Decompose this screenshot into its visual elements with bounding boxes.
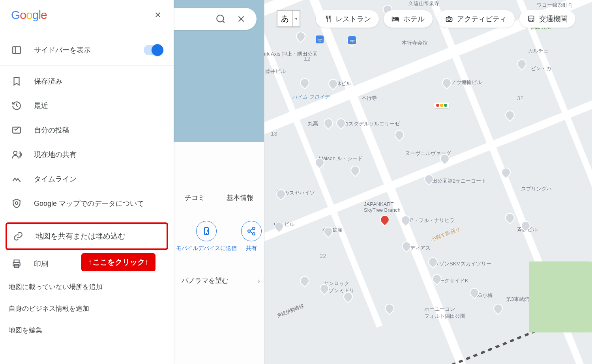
map-place-label[interactable]: チア・フル・ナリヒラ [403, 217, 455, 224]
menu-item-contributions[interactable]: 自分の投稿 [0, 118, 174, 142]
bus-stop-icon[interactable]: 🚌 [316, 35, 324, 43]
chip-activities[interactable]: アクティビティ [437, 10, 515, 28]
search-icon[interactable] [215, 14, 226, 24]
map-place-label[interactable]: メゾンSKMスカイツリー [434, 260, 491, 267]
map-place-label[interactable]: ark Axis 押上・隅田公園 [262, 50, 318, 58]
menu-item-timeline[interactable]: タイムライン [0, 167, 174, 191]
map-poi-pin[interactable] [322, 116, 335, 130]
share-location-icon [11, 149, 22, 160]
map-place-label[interactable]: 本行寺 [362, 95, 377, 102]
hamburger-menu: Google × サイドバーを表示 保存済み 最近 自分の投稿 現在地の共有 タ… [0, 0, 174, 364]
map-place-label[interactable]: カルチェ [528, 47, 549, 54]
history-icon [11, 101, 22, 111]
timeline-icon [11, 174, 22, 184]
panorama-row[interactable]: パノラマを望む › [182, 276, 260, 285]
menu-item-recent[interactable]: 最近 [0, 93, 174, 118]
place-panel: チコミ 基本情報 モバイルデバイスに送信 共有 パノラマを望む › [174, 0, 264, 364]
map-poi-pin[interactable] [503, 108, 517, 122]
menu-item-label: 自身のビジネス情報を追加 [9, 304, 89, 313]
tab-info[interactable]: 基本情報 [227, 193, 253, 202]
ime-dropdown[interactable]: ▾ [293, 10, 300, 27]
map-place-label[interactable]: 藤井ビル [265, 68, 286, 75]
map-place-label[interactable]: JAPANKART SkyTree Branch [364, 201, 401, 213]
menu-item-your-data[interactable]: Google マップでのデータについて [0, 191, 174, 216]
map-place-label[interactable]: 第3東武館 [506, 296, 529, 303]
menu-item-label: 現在地の共有 [34, 150, 77, 159]
close-menu-button[interactable]: × [153, 8, 163, 22]
action-share[interactable]: 共有 [241, 221, 262, 252]
map-poi-pin[interactable] [326, 77, 340, 90]
map-poi-pin[interactable] [440, 76, 453, 90]
camera-icon [445, 15, 453, 23]
google-logo: Google [11, 8, 47, 22]
clear-icon[interactable] [236, 14, 246, 24]
menu-item-add-business[interactable]: 自身のビジネス情報を追加 [0, 298, 174, 319]
map-poi-pin[interactable] [491, 302, 505, 315]
map-poi-pin[interactable] [294, 30, 307, 43]
menu-item-share-embed[interactable]: 地図を共有または埋め込む [7, 224, 167, 248]
map-poi-pin-selected[interactable] [378, 213, 392, 226]
sidebar-toggle-switch[interactable] [144, 45, 163, 55]
menu-item-edit-map[interactable]: 地図を編集 [0, 319, 174, 341]
menu-item-label: 最近 [34, 101, 48, 110]
menu-item-add-missing-place[interactable]: 地図に載っていない場所を追加 [0, 276, 174, 298]
svg-point-3 [530, 20, 530, 21]
rail-label: 東武伊勢崎線 [276, 302, 305, 319]
map-place-label[interactable]: コスタデルソルエリーゼ [343, 120, 400, 127]
menu-item-label: 保存済み [34, 77, 62, 86]
road-number: 13 [271, 130, 277, 137]
share-icon [247, 226, 256, 236]
action-label: 共有 [241, 245, 262, 252]
chip-transit[interactable]: 交通機関 [519, 10, 575, 28]
sidebar-icon [11, 45, 22, 55]
map-place-label[interactable]: Maison ル・シード [319, 155, 363, 162]
map-poi-pin[interactable] [383, 302, 396, 315]
map-place-label[interactable]: 隅田公園第2サニーコート [427, 177, 486, 185]
map-poi-pin[interactable] [298, 76, 311, 90]
menu-item-label: Google マップでのデータについて [34, 199, 144, 208]
map-place-label[interactable]: ホーユーコン フォルト隅田公園 [424, 306, 465, 320]
map-poi-pin[interactable] [515, 57, 528, 71]
svg-point-4 [532, 20, 533, 21]
panorama-label: パノラマを望む [182, 276, 229, 285]
map-place-label[interactable]: 久遠山常泉寺 [408, 0, 439, 7]
map-poi-pin[interactable] [348, 164, 362, 177]
menu-item-location-sharing[interactable]: 現在地の共有 [0, 142, 174, 167]
map-poi-pin[interactable] [503, 211, 517, 224]
ime-mode[interactable]: あ [277, 10, 293, 27]
map-place-label[interactable]: 丸高 [308, 120, 318, 127]
map-place-label[interactable]: 本行寺会館 [402, 39, 427, 47]
search-box[interactable] [174, 8, 257, 30]
chip-restaurants[interactable]: レストラン [316, 10, 379, 28]
street-label: ハイム フロイデ [292, 93, 330, 101]
map-place-label[interactable]: ワコー錦糸町岡 [537, 2, 573, 9]
menu-item-saved[interactable]: 保存済み [0, 69, 174, 93]
svg-point-1 [448, 18, 451, 21]
menu-item-label: 地図に載っていない場所を追加 [9, 282, 103, 291]
menu-divider [0, 65, 174, 66]
svg-point-9 [253, 233, 255, 235]
chip-label: レストラン [335, 14, 371, 24]
svg-point-7 [253, 227, 255, 230]
print-icon [11, 259, 22, 269]
svg-rect-10 [13, 47, 21, 53]
tab-reviews[interactable]: チコミ [185, 193, 205, 202]
share-embed-highlight: 地図を共有または埋め込む [6, 222, 168, 250]
traffic-light-icon [434, 103, 449, 108]
hotel-icon [392, 15, 399, 23]
street-label: 小梅牛島通り [430, 225, 461, 243]
map-poi-pin[interactable] [393, 128, 406, 142]
map-poi-pin[interactable] [298, 274, 311, 287]
svg-point-5 [217, 15, 223, 22]
map-poi-pin[interactable] [334, 116, 348, 130]
action-send-to-mobile[interactable]: モバイルデバイスに送信 [176, 221, 237, 252]
chip-label: ホテル [403, 14, 425, 24]
ime-indicator[interactable]: あ ▾ [277, 10, 300, 27]
restaurant-icon [324, 15, 332, 23]
map-place-label[interactable]: スプリングハ [521, 185, 552, 192]
sidebar-toggle-row[interactable]: サイドバーを表示 [0, 38, 174, 62]
chip-hotels[interactable]: ホテル [384, 10, 433, 28]
sidebar-toggle-label: サイドバーを表示 [34, 45, 91, 55]
map-place-label[interactable]: ビン・カ [531, 65, 551, 72]
bus-stop-icon[interactable]: 🚌 [348, 36, 356, 44]
